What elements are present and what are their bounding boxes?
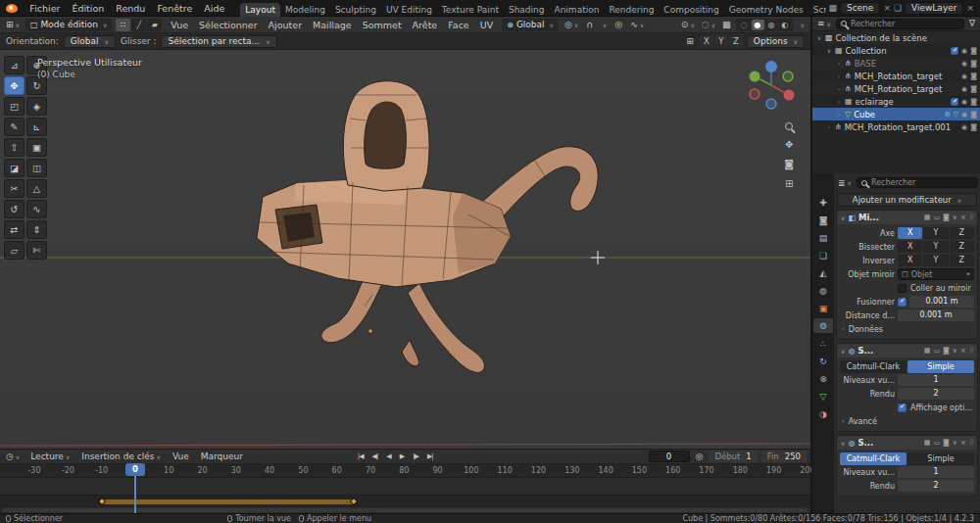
display-render-icon[interactable]: ◙ — [943, 439, 950, 447]
current-frame-field[interactable]: 0 — [649, 451, 690, 462]
mirror-grid-icon[interactable]: ⊞ — [684, 36, 696, 46]
disable-in-renders-icon[interactable]: ◙ — [970, 85, 977, 93]
timeline-menu-marqueur[interactable]: Marqueur — [196, 452, 248, 461]
render-tab[interactable]: ◙ — [813, 213, 833, 227]
world-tab[interactable]: ◍ — [813, 283, 833, 298]
viewport-menu-vue[interactable]: Vue — [166, 20, 193, 30]
workspace-tab-layout[interactable]: Layout — [240, 3, 280, 17]
modifier-tab[interactable]: ⚙ — [813, 318, 833, 333]
frame-end-field[interactable]: Fin250 — [761, 451, 807, 462]
viewport-menu-s-lectionner[interactable]: Sélectionner — [194, 20, 263, 30]
mirror-axis-x[interactable]: X — [898, 227, 922, 239]
outliner-row-eclairage[interactable]: ›▦eclairage◉◙ — [812, 95, 980, 108]
gizmo-neg-y-axis[interactable] — [783, 71, 793, 81]
timeline-editor-icon[interactable]: ◷∨ — [4, 452, 22, 461]
display-edit-mode-icon[interactable]: ▦ — [924, 439, 931, 447]
output-tab[interactable]: ▤ — [813, 230, 833, 245]
shading-rendered-icon[interactable]: ◐ — [779, 20, 792, 30]
rip-region-tool[interactable]: ✄ — [26, 241, 47, 260]
mirror-axis-y[interactable]: Y — [923, 227, 948, 239]
edge-slide-tool[interactable]: ⇄ — [4, 220, 24, 239]
jump-to-start-button[interactable]: |◀ — [355, 452, 367, 461]
axis-toggle-y[interactable]: Y — [714, 35, 728, 48]
keyframe-lane[interactable] — [0, 495, 810, 507]
tool-tab[interactable]: ✚ — [813, 195, 833, 210]
display-realtime-icon[interactable]: ▭ — [933, 347, 940, 355]
spin-tool[interactable]: ↺ — [4, 200, 24, 218]
subdivision-1-header[interactable]: ∨ ◍ S... ▦ ▭ ◙ ∨ × ⠿ — [837, 344, 977, 357]
viewport-menu-ar-te[interactable]: Arête — [408, 20, 443, 30]
mirror-bisect-y[interactable]: Y — [923, 241, 948, 253]
workspace-tab-sculpting[interactable]: Sculpting — [330, 3, 381, 17]
gizmo-z-axis[interactable] — [765, 61, 777, 72]
drag-handle[interactable]: ⠿ — [969, 214, 973, 221]
catmull-clark-button[interactable]: Catmull-Clark — [840, 360, 906, 373]
merge-checkbox[interactable] — [898, 298, 906, 307]
display-render-icon[interactable]: ◙ — [943, 214, 950, 221]
add-modifier-button[interactable]: Ajouter un modificateur∨ — [837, 193, 977, 207]
measure-tool[interactable]: ⊾ — [26, 118, 47, 136]
close-modifier-icon[interactable]: × — [960, 347, 966, 355]
shading-dropdown[interactable]: ∨ — [797, 22, 807, 28]
proportional-falloff-dropdown[interactable]: ∿∨ — [628, 20, 646, 29]
gizmo-x-axis[interactable] — [784, 90, 795, 101]
annotate-tool[interactable]: ✎ — [4, 118, 24, 136]
shrink-fatten-tool[interactable]: ⇕ — [26, 220, 47, 239]
cube-mesh-object[interactable] — [257, 81, 598, 373]
timeline-ruler[interactable]: -30-20-100102030405060708090100110120130… — [0, 464, 810, 478]
face-select-icon[interactable]: ▰ — [147, 19, 162, 31]
snap-dropdown[interactable]: ∨ — [599, 22, 609, 28]
object-tab[interactable]: ▣ — [813, 301, 833, 315]
modifier-wrench-icon[interactable]: ⚙ — [944, 111, 950, 119]
mesh-data-icon[interactable]: ▽ — [954, 111, 958, 119]
levels-viewport-field[interactable]: 1 — [898, 466, 974, 478]
shading-wireframe-icon[interactable]: ◌ — [738, 20, 751, 30]
timeline-track[interactable] — [0, 478, 810, 513]
workspace-tab-scripting[interactable]: Scripting — [808, 3, 827, 17]
blender-logo-icon[interactable] — [6, 4, 18, 13]
clip-checkbox[interactable] — [898, 284, 906, 293]
collection-checkbox[interactable] — [951, 47, 958, 55]
levels-render-field[interactable]: 2 — [898, 388, 974, 400]
hide-in-viewport-eye-icon[interactable]: ◉ — [961, 47, 967, 55]
scale-tool[interactable]: ◰ — [4, 97, 24, 116]
pivot-point-dropdown[interactable]: ◎∨ — [563, 20, 580, 29]
menu-fen-tre[interactable]: Fenêtre — [151, 3, 198, 14]
hide-in-viewport-eye-icon[interactable]: ◉ — [961, 111, 967, 119]
toggle-perspective-icon[interactable]: ⊞ — [785, 178, 793, 189]
zoom-icon[interactable] — [785, 122, 793, 130]
expand-arrow-icon[interactable]: › — [836, 111, 842, 118]
outliner-row-mch-rotation-target[interactable]: ›⋔MCH_Rotation_target◉◙ — [812, 70, 980, 82]
snap-magnet-icon[interactable]: ∩ — [584, 20, 595, 29]
poly-build-tool[interactable]: △ — [26, 179, 47, 198]
workspace-tab-shading[interactable]: Shading — [504, 3, 550, 17]
gizmo-neg-z-axis[interactable] — [766, 99, 776, 109]
workspace-tab-geometry-nodes[interactable]: Geometry Nodes — [724, 3, 808, 17]
show-gizmo-icon[interactable]: ⊙∨ — [679, 20, 697, 29]
menu-fichier[interactable]: Fichier — [24, 3, 66, 14]
expand-arrow-icon[interactable]: ∨ — [841, 214, 845, 221]
edge-select-icon[interactable]: ╱ — [131, 19, 146, 31]
hide-in-viewport-eye-icon[interactable]: ◉ — [961, 123, 967, 131]
scene-tab[interactable]: ◭ — [813, 265, 833, 280]
subdivision-2-header[interactable]: ∨ ◍ S... ▦ ▭ ◙ ∨ × ⠿ — [837, 436, 977, 450]
outliner-row-collection-de-la-sc-ne[interactable]: ∨▩Collection de la scène — [812, 31, 980, 44]
advanced-section-toggle[interactable]: ›Avancé — [840, 414, 974, 428]
playhead[interactable]: 0 — [134, 464, 136, 513]
outliner-row-cube[interactable]: ›▽Cube⚙▽◉◙ — [812, 108, 980, 120]
hide-in-viewport-eye-icon[interactable]: ◉ — [961, 60, 967, 68]
gizmo-y-axis[interactable] — [750, 71, 760, 82]
shear-tool[interactable]: ▱ — [4, 241, 24, 260]
mirror-axis-z[interactable]: Z — [950, 227, 974, 239]
expand-arrow-icon[interactable]: ∨ — [841, 348, 845, 355]
bevel-tool[interactable]: ◪ — [4, 159, 24, 177]
pan-hand-icon[interactable]: ✥ — [785, 139, 793, 150]
menu-rendu[interactable]: Rendu — [110, 3, 151, 14]
vertex-select-icon[interactable]: ∷ — [116, 19, 130, 31]
close-modifier-icon[interactable]: × — [960, 214, 966, 221]
particles-tab[interactable]: ∴ — [813, 336, 833, 351]
viewlayer-selector[interactable]: ViewLayer — [905, 2, 963, 15]
move-tool[interactable]: ✥ — [4, 76, 24, 95]
viewlayer-tab[interactable]: ❏ — [813, 248, 833, 262]
timeline-menu-insertion-de-cl-s[interactable]: Insertion de clés∨ — [76, 452, 166, 461]
